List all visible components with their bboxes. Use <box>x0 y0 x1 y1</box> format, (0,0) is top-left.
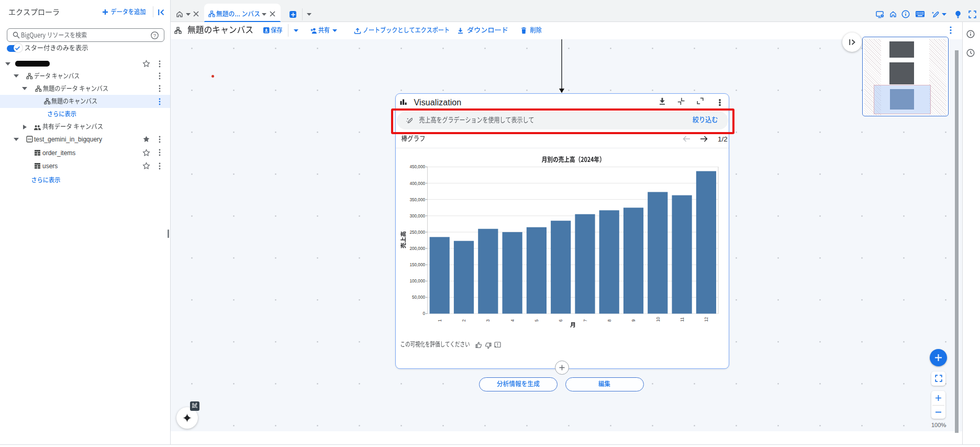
svg-text:300,000: 300,000 <box>409 214 425 219</box>
svg-text:50,000: 50,000 <box>412 295 425 300</box>
svg-text:?: ? <box>153 32 156 38</box>
svg-text:12: 12 <box>704 317 709 322</box>
svg-text:400,000: 400,000 <box>409 181 425 186</box>
svg-text:100,000: 100,000 <box>409 279 425 284</box>
svg-text:150,000: 150,000 <box>409 263 425 267</box>
svg-text:10: 10 <box>656 317 661 322</box>
svg-text:8: 8 <box>607 319 612 322</box>
svg-text:350,000: 350,000 <box>409 198 425 202</box>
svg-text:6: 6 <box>559 319 563 322</box>
svg-text:3: 3 <box>486 319 491 322</box>
svg-text:5: 5 <box>534 319 539 322</box>
svg-text:2: 2 <box>462 319 466 322</box>
svg-text:11: 11 <box>680 317 685 322</box>
svg-text:7: 7 <box>583 319 588 322</box>
svg-text:1: 1 <box>438 319 442 322</box>
svg-text:9: 9 <box>631 319 636 322</box>
svg-text:0: 0 <box>422 311 425 316</box>
svg-text:200,000: 200,000 <box>409 246 425 251</box>
svg-text:450,000: 450,000 <box>409 165 425 169</box>
svg-text:4: 4 <box>510 319 515 322</box>
svg-text:250,000: 250,000 <box>409 230 425 235</box>
